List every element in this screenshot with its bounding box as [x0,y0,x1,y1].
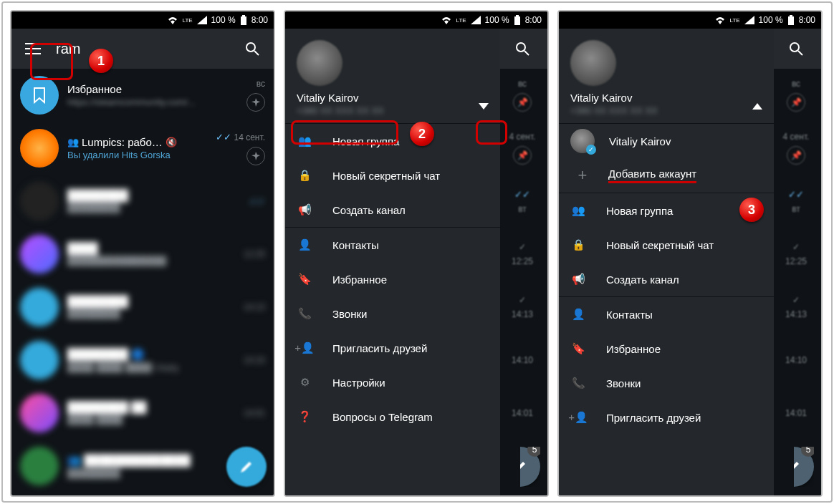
menu-favorites[interactable]: 🔖Избранное [559,331,774,366]
phone-icon: 📞 [297,306,312,321]
battery-icon [240,15,247,25]
chat-name: Избранное [67,83,246,95]
menu-label: Звонки [332,308,367,320]
signal-icon [471,16,481,24]
menu-contacts[interactable]: 👤Контакты [559,297,774,331]
menu-favorites[interactable]: 🔖Избранное [285,262,500,296]
phone-screen-1: LTE 100 % 8:00 ram Избранное https://ste… [10,10,275,497]
compose-fab[interactable] [226,447,267,487]
menu-label: Новый секретный чат [332,170,440,182]
app-title: ram [56,41,238,57]
lock-icon: 🔒 [297,168,312,183]
menu-create-channel[interactable]: 📢Создать канал [285,193,500,227]
chat-item-blurred[interactable]: ███████████████████12:25 [11,228,274,281]
chat-item-blurred[interactable]: ████████ 🔵████ ████ ████ Vitaliy14:10 [11,334,274,387]
menu-label: Пригласить друзей [332,342,427,354]
chat-item-blurred[interactable]: ████████████████14:13 [11,281,274,334]
bookmark-icon [20,76,59,115]
chat-name: 👥 Lumpics: рабо… 🔇 [67,136,216,148]
megaphone-icon: 📢 [297,202,312,218]
menu-new-group[interactable]: 👥Новая группа [559,193,774,228]
battery-pct: 100 % [759,15,783,25]
person-icon: 👤 [297,237,312,253]
menu-label: Создать канал [606,273,679,286]
menu-calls[interactable]: 📞Звонки [559,366,774,400]
menu-calls[interactable]: 📞Звонки [285,296,500,331]
pin-icon [246,147,265,165]
chevron-up-icon[interactable] [752,100,762,113]
menu-label: Новый секретный чат [606,239,714,251]
menu-label: Контакты [332,239,379,251]
add-person-icon: +👤 [570,410,586,425]
plus-icon: + [574,167,591,184]
svg-rect-0 [241,16,246,25]
add-account-label: Добавить аккаунт [608,168,696,183]
svg-rect-3 [514,16,520,25]
chat-item-favorites[interactable]: Избранное https://steamcommunity.com/...… [11,69,274,122]
menu-label: Контакты [606,309,653,321]
account-name: Vitaliy Kairov [609,135,671,147]
menu-invite[interactable]: +👤Пригласить друзей [285,331,500,365]
user-phone: +380 XX XXX XX XX [570,105,762,116]
search-button[interactable] [782,34,810,63]
bookmark-icon: 🔖 [297,271,312,287]
clock: 8:00 [799,15,815,25]
menu-label: Избранное [332,273,387,286]
svg-point-8 [790,43,799,52]
phone-icon: 📞 [570,375,586,391]
person-icon: 👤 [570,306,586,322]
avatar[interactable] [297,40,342,86]
menu-label: Создать канал [332,204,406,216]
mute-icon: 🔇 [166,137,177,147]
chat-day: ✓✓ 14 сент. [216,132,265,142]
avatar[interactable] [570,40,616,86]
chat-list[interactable]: Избранное https://steamcommunity.com/...… [11,69,274,495]
help-icon: ❓ [297,409,312,425]
megaphone-icon: 📢 [570,271,586,287]
chevron-down-icon[interactable] [479,100,489,113]
battery-pct: 100 % [485,15,509,25]
menu-label: Избранное [606,343,661,355]
gear-icon: ⚙ [297,374,312,390]
chat-item-blurred[interactable]: ████████ ██████ ████14:01 [11,387,274,440]
status-bar: LTE 100 % 8:00 [285,11,547,29]
chat-preview: Вы удалили Hits Gorska [67,150,216,160]
menu-secret-chat[interactable]: 🔒Новый секретный чат [559,228,774,262]
menu-label: Настройки [332,377,385,389]
menu-new-group[interactable]: 👥Новая группа [285,124,500,158]
nav-drawer: Vitaliy Kairov +380 XX XXX XX XX 👥Новая … [285,29,500,495]
signal-icon [744,16,754,24]
hamburger-menu-button[interactable] [19,34,47,63]
avatar: ✓ [570,129,595,153]
status-bar: LTE 100 % 8:00 [11,11,274,29]
menu-create-channel[interactable]: 📢Создать канал [559,262,774,296]
add-account-button[interactable]: + Добавить аккаунт [559,158,774,193]
svg-point-5 [517,43,525,52]
chat-day: вс [257,79,265,89]
menu-label: Пригласить друзей [606,412,701,424]
nav-drawer-expanded: Vitaliy Kairov +380 XX XXX XX XX ✓ Vital… [559,29,774,495]
account-current[interactable]: ✓ Vitaliy Kairov [559,124,774,158]
bookmark-icon: 🔖 [570,341,586,357]
user-phone: +380 XX XXX XX XX [297,105,489,116]
group-icon: 👥 [297,133,312,149]
svg-rect-6 [788,16,794,25]
chat-item-blurred[interactable]: ████████████████✓✓ [11,175,274,228]
menu-label: Звонки [606,377,641,389]
search-button[interactable] [238,34,267,63]
user-name: Vitaliy Kairov [297,92,489,104]
search-button[interactable] [508,34,537,63]
chat-item-lumpics[interactable]: 👥 Lumpics: рабо… 🔇 Вы удалили Hits Gorsk… [11,122,274,175]
battery-icon [514,15,521,25]
menu-contacts[interactable]: 👤Контакты [285,228,500,262]
clock: 8:00 [251,15,268,25]
chat-preview: https://steamcommunity.com/... [67,97,246,107]
menu-settings[interactable]: ⚙Настройки [285,365,500,399]
phone-screen-3: LTE 100 % 8:00 вс📌 4 сент.📌 ✓✓вт ✓12:25 … [557,10,823,497]
svg-rect-7 [790,15,792,16]
menu-invite[interactable]: +👤Пригласить друзей [559,400,774,435]
drawer-header: Vitaliy Kairov +380 XX XXX XX XX [285,29,500,123]
drawer-header: Vitaliy Kairov +380 XX XXX XX XX [559,29,774,123]
menu-faq[interactable]: ❓Вопросы о Telegram [285,399,500,434]
menu-secret-chat[interactable]: 🔒Новый секретный чат [285,158,500,193]
